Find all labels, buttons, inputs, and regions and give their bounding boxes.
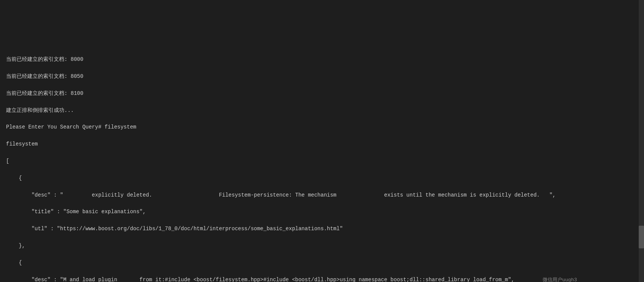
- terminal-line-3: 当前已经建立的索引文档: 8100: [6, 89, 638, 98]
- terminal-line-12: },: [6, 242, 638, 250]
- terminal-line-5: Please Enter You Search Query# filesyste…: [6, 123, 638, 131]
- terminal-line-1: 当前已经建立的索引文档: 8000: [6, 55, 638, 64]
- terminal-line-9: "desc" : " explicitly deleted. Filesyste…: [6, 191, 638, 199]
- terminal-line-4: 建立正排和倒排索引成功...: [6, 106, 638, 115]
- terminal-line-10: "title" : "Some basic explanations",: [6, 208, 638, 216]
- terminal-line-2: 当前已经建立的索引文档: 8050: [6, 72, 638, 81]
- scrollbar[interactable]: [639, 0, 644, 282]
- terminal-line-14: "desc" : "M and load plugin from it:#inc…: [6, 276, 638, 282]
- terminal-line-6: filesystem: [6, 140, 638, 148]
- scrollbar-thumb[interactable]: [639, 226, 644, 248]
- terminal-line-13: {: [6, 259, 638, 267]
- terminal-output: 当前已经建立的索引文档: 8000 当前已经建立的索引文档: 8050 当前已经…: [6, 39, 638, 282]
- watermark-text: 微信用户uugh3: [522, 276, 597, 282]
- terminal-line-11: "utl" : "https://www.boost.org/doc/libs/…: [6, 225, 638, 233]
- terminal-line-7: [: [6, 157, 638, 165]
- terminal-line-8: {: [6, 174, 638, 182]
